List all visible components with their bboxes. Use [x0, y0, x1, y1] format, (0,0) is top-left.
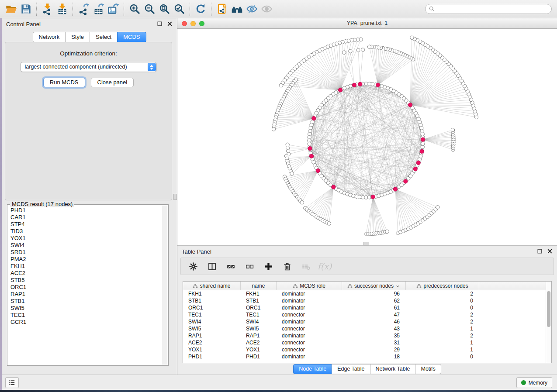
table-splitter-handle[interactable] — [363, 242, 369, 245]
cell-successor-nodes[interactable]: 62 — [342, 297, 406, 304]
mcds-result-item[interactable]: ORC1 — [10, 284, 161, 291]
mcds-node[interactable] — [312, 117, 316, 120]
cell-name[interactable]: SWI4 — [241, 318, 277, 325]
cell-predecessor-nodes[interactable]: 2 — [406, 311, 479, 318]
table-row[interactable]: RAP1RAP1dominator352 — [183, 332, 551, 339]
mcds-result-item[interactable]: RAP1 — [10, 291, 161, 298]
cell-predecessor-nodes[interactable]: 2 — [406, 318, 479, 325]
satellite-node[interactable] — [290, 172, 294, 175]
export-image-button[interactable] — [106, 2, 121, 17]
cell-name[interactable]: ORC1 — [241, 304, 277, 311]
cell-shared-name[interactable]: SWI5 — [183, 325, 241, 332]
cell-shared-name[interactable]: STB1 — [183, 297, 241, 304]
cell-MCDS-role[interactable]: connector — [277, 325, 342, 332]
cell-MCDS-role[interactable]: connector — [277, 339, 342, 346]
zoom-fit-button[interactable] — [157, 2, 172, 17]
memory-button[interactable]: Memory — [516, 377, 552, 388]
column-header-name[interactable]: name — [241, 282, 277, 290]
mcds-result-item[interactable]: TID3 — [10, 228, 161, 235]
satellite-node[interactable] — [343, 51, 346, 54]
mcds-result-item[interactable]: GCR1 — [10, 319, 161, 326]
table-row[interactable]: SWI4SWI4dominator462 — [183, 318, 551, 325]
tab-mcds[interactable]: MCDS — [117, 32, 146, 42]
mcds-node[interactable] — [309, 154, 313, 158]
cell-shared-name[interactable]: YOX1 — [183, 346, 241, 353]
table-row[interactable]: FKH1FKH1dominator962 — [183, 290, 551, 297]
network-canvas[interactable] — [177, 29, 557, 245]
cell-name[interactable]: TEC1 — [241, 311, 277, 318]
mcds-node[interactable] — [420, 149, 424, 153]
export-network-button[interactable] — [76, 2, 91, 17]
mcds-node[interactable] — [393, 187, 397, 191]
mcds-node[interactable] — [416, 161, 420, 165]
cell-MCDS-role[interactable]: dominator — [277, 353, 342, 360]
cell-successor-nodes[interactable]: 29 — [342, 346, 406, 353]
delete-row-button[interactable] — [282, 261, 292, 272]
cell-predecessor-nodes[interactable]: 2 — [406, 332, 479, 339]
mcds-result-item[interactable]: SWI4 — [10, 242, 161, 249]
table-row[interactable]: SWI5SWI5connector431 — [183, 325, 551, 332]
mcds-result-item[interactable]: TEC1 — [10, 312, 161, 319]
mcds-result-item[interactable]: PHD1 — [10, 207, 161, 214]
satellite-node[interactable] — [300, 201, 304, 204]
column-header-MCDS-role[interactable]: MCDS role — [277, 282, 342, 290]
table-row[interactable]: ACE2ACE2connector311 — [183, 339, 551, 346]
cell-predecessor-nodes[interactable]: 0 — [406, 353, 479, 360]
mcds-node[interactable] — [352, 83, 356, 87]
panel-splitter-handle[interactable] — [173, 194, 177, 200]
mcds-node[interactable] — [421, 138, 425, 141]
save-session-button[interactable] — [18, 2, 33, 17]
clone-network-button[interactable] — [214, 2, 229, 17]
satellite-node[interactable] — [356, 48, 360, 52]
run-mcds-button[interactable]: Run MCDS — [43, 78, 85, 87]
mcds-result-item[interactable]: FKH1 — [10, 263, 161, 270]
mcds-node[interactable] — [408, 103, 412, 107]
cell-MCDS-role[interactable]: connector — [277, 346, 342, 353]
add-row-button[interactable] — [263, 261, 273, 272]
close-panel-button[interactable]: Close panel — [91, 78, 134, 87]
cell-successor-nodes[interactable]: 47 — [342, 311, 406, 318]
table-row[interactable]: PHD1PHD1dominator180 — [183, 353, 551, 360]
open-session-button[interactable] — [3, 2, 18, 17]
cell-successor-nodes[interactable]: 31 — [342, 339, 406, 346]
tab-motifs[interactable]: Motifs — [415, 364, 441, 374]
deselect-all-button[interactable] — [244, 261, 255, 272]
cell-MCDS-role[interactable]: dominator — [277, 332, 342, 339]
cell-shared-name[interactable]: FKH1 — [183, 290, 241, 297]
cell-name[interactable]: STB1 — [241, 297, 277, 304]
network-graph[interactable] — [177, 29, 556, 245]
mcds-node[interactable] — [332, 185, 336, 189]
cell-successor-nodes[interactable]: 96 — [342, 290, 406, 297]
tab-network-table[interactable]: Network Table — [370, 364, 416, 374]
eye-button[interactable] — [259, 2, 274, 17]
cell-name[interactable]: RAP1 — [241, 332, 277, 339]
mcds-result-item[interactable]: SWI5 — [10, 305, 161, 312]
tab-network[interactable]: Network — [32, 32, 66, 42]
select-all-button[interactable] — [225, 261, 236, 272]
close-icon[interactable] — [547, 248, 553, 254]
satellite-node[interactable] — [327, 222, 331, 225]
satellite-node[interactable] — [385, 230, 389, 233]
mcds-node[interactable] — [338, 88, 342, 92]
cell-predecessor-nodes[interactable]: 2 — [406, 290, 479, 297]
table-row[interactable]: YOX1YOX1connector291 — [183, 346, 551, 353]
search-input[interactable] — [425, 4, 552, 14]
cell-predecessor-nodes[interactable]: 0 — [406, 297, 479, 304]
cell-shared-name[interactable]: RAP1 — [183, 332, 241, 339]
cell-shared-name[interactable]: ORC1 — [183, 304, 241, 311]
float-icon[interactable] — [537, 248, 543, 254]
import-network-button[interactable] — [40, 2, 55, 17]
satellite-node[interactable] — [451, 128, 454, 131]
tab-select[interactable]: Select — [90, 32, 118, 42]
column-header-successor-nodes[interactable]: successor nodes — [342, 282, 406, 290]
table-scrollbar-thumb[interactable] — [547, 291, 550, 327]
satellite-node[interactable] — [272, 127, 275, 131]
import-table-button[interactable] — [55, 2, 69, 17]
eye-slash-button[interactable] — [244, 2, 259, 17]
cell-name[interactable]: ACE2 — [241, 339, 277, 346]
cell-MCDS-role[interactable]: dominator — [277, 297, 342, 304]
network-node[interactable] — [421, 142, 425, 145]
cell-predecessor-nodes[interactable]: 0 — [406, 304, 479, 311]
cell-predecessor-nodes[interactable]: 1 — [406, 339, 479, 346]
function-button[interactable]: f(x) — [319, 261, 330, 272]
